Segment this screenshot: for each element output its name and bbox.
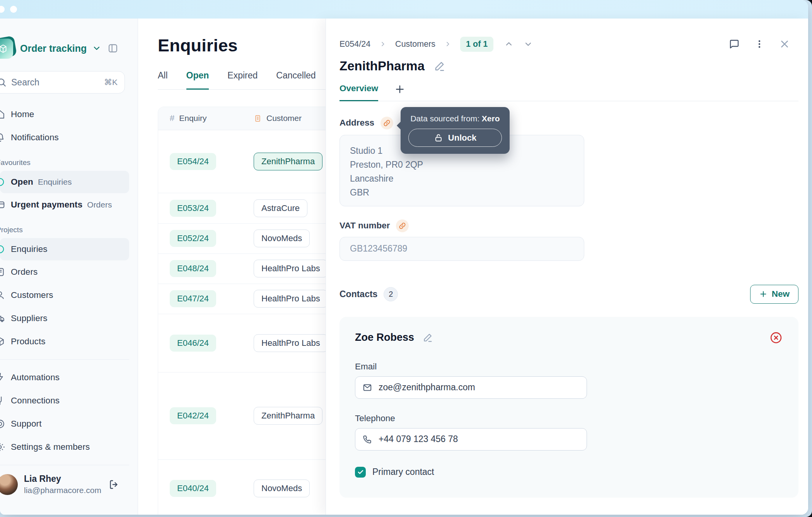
customer-badge[interactable]: NovoMeds (254, 480, 310, 497)
search-input[interactable]: Search ⌘K (0, 71, 125, 94)
primary-contact-toggle[interactable]: Primary contact (355, 467, 783, 478)
column-enquiry: Enquiry (179, 114, 206, 123)
orders-icon (0, 267, 5, 277)
table-row[interactable]: E040/24 NovoMeds (158, 460, 347, 515)
user-name: Lia Rhey (24, 474, 101, 484)
primary-contact-label: Primary contact (372, 467, 434, 477)
position-badge: 1 of 1 (460, 37, 493, 52)
linked-source-icon[interactable] (396, 219, 409, 232)
enquiries-table: # Enquiry Customer E054/24 ZenithPharma … (158, 107, 347, 515)
collapse-sidebar-icon[interactable] (107, 43, 118, 54)
gear-icon (0, 442, 5, 452)
sidebar-section-projects: Projects (0, 223, 138, 237)
customer-title: ZenithPharma (339, 59, 425, 73)
window-titlebar (0, 0, 808, 19)
page-title: Enquiries (158, 36, 347, 56)
sidebar-item-products[interactable]: Products (0, 330, 129, 353)
close-icon[interactable] (779, 38, 790, 50)
logout-icon[interactable] (108, 479, 120, 490)
new-contact-button[interactable]: New (750, 285, 798, 304)
tab-overview[interactable]: Overview (339, 83, 378, 101)
sidebar-item-notifications[interactable]: Notifications (0, 126, 129, 149)
enquiry-id-badge[interactable]: E048/24 (170, 260, 216, 277)
prev-record-icon[interactable] (504, 39, 513, 49)
table-row[interactable]: E052/24 NovoMeds (158, 224, 347, 254)
checkbox-checked-icon[interactable] (355, 467, 366, 478)
sidebar-item-open-enquiries[interactable]: Open Enquiries (0, 171, 129, 193)
add-tab-icon[interactable] (394, 84, 405, 100)
automations-icon (0, 372, 5, 383)
divider (0, 465, 129, 465)
customers-icon (0, 290, 5, 300)
vat-field[interactable]: GB123456789 (339, 237, 584, 261)
telephone-label: Telephone (355, 413, 783, 423)
customer-badge[interactable]: ZenithPharma (254, 407, 322, 425)
payment-card-icon (0, 200, 5, 210)
sidebar-item-enquiries[interactable]: Enquiries (0, 238, 129, 260)
enquiry-id-badge[interactable]: E052/24 (170, 230, 216, 247)
enquiries-list-panel: Enquiries All Open Expired Cancelled # E… (138, 19, 347, 515)
delete-contact-icon[interactable] (769, 331, 783, 345)
enquiry-id-badge[interactable]: E053/24 (170, 200, 216, 217)
customer-badge[interactable]: AstraCure (254, 199, 307, 217)
tab-cancelled[interactable]: Cancelled (276, 70, 316, 89)
tooltip-text: Data sourced from: Xero (408, 114, 502, 123)
customer-badge[interactable]: HealthPro Labs (254, 290, 328, 308)
next-record-icon[interactable] (524, 39, 533, 49)
enquiry-id-badge[interactable]: E042/24 (170, 407, 216, 424)
sidebar-item-settings[interactable]: Settings & members (0, 435, 129, 459)
table-row[interactable]: E053/24 AstraCure (158, 193, 347, 224)
traffic-light-icon[interactable] (10, 6, 17, 13)
user-profile[interactable]: Lia Rhey lia@pharmacore.com (0, 474, 138, 495)
customer-badge[interactable]: ZenithPharma (254, 153, 322, 170)
enquiry-id-badge[interactable]: E040/24 (170, 480, 216, 497)
edit-title-icon[interactable] (434, 60, 445, 72)
breadcrumb-customers[interactable]: Customers (395, 39, 435, 49)
chevron-down-icon (92, 44, 101, 53)
breadcrumb-enquiry[interactable]: E054/24 (339, 39, 370, 49)
email-field[interactable]: zoe@zenithpharma.com (355, 376, 587, 399)
sidebar-item-suppliers[interactable]: Suppliers (0, 307, 129, 330)
kebab-menu-icon[interactable] (754, 39, 765, 49)
enquiry-id-badge[interactable]: E054/24 (170, 153, 216, 170)
unlock-button[interactable]: Unlock (408, 129, 502, 147)
detail-tabs: Overview (339, 83, 798, 101)
enquiry-id-badge[interactable]: E046/24 (170, 335, 216, 352)
sidebar: Order tracking Search ⌘K Home (0, 19, 138, 515)
enquiry-id-badge[interactable]: E047/24 (170, 290, 216, 307)
contact-name: Zoe Robess (355, 332, 414, 344)
linked-source-icon[interactable] (380, 117, 393, 129)
table-row[interactable]: E042/24 ZenithPharma (158, 372, 347, 460)
sidebar-item-automations[interactable]: Automations (0, 366, 129, 389)
data-source-tooltip: Data sourced from: Xero Unlock (401, 107, 510, 154)
table-row[interactable]: E047/24 HealthPro Labs (158, 284, 347, 314)
customer-badge[interactable]: HealthPro Labs (254, 334, 328, 352)
contacts-count-badge: 2 (384, 287, 398, 301)
tab-all[interactable]: All (158, 70, 168, 89)
sidebar-item-support[interactable]: Support (0, 412, 129, 435)
hash-icon: # (170, 113, 174, 123)
telephone-field[interactable]: +44 079 123 456 78 (355, 428, 587, 451)
address-label: Address (339, 118, 374, 128)
table-row[interactable]: E054/24 ZenithPharma (158, 130, 347, 193)
unlock-icon (434, 133, 443, 143)
tab-open[interactable]: Open (186, 70, 209, 90)
sidebar-section-favourites: Favourites (0, 155, 138, 170)
support-icon (0, 419, 5, 429)
sidebar-item-home[interactable]: Home (0, 103, 129, 126)
tab-expired[interactable]: Expired (227, 70, 258, 89)
customer-badge[interactable]: HealthPro Labs (254, 260, 328, 277)
edit-contact-icon[interactable] (423, 332, 433, 343)
sidebar-item-urgent-payments[interactable]: Urgent payments Orders (0, 193, 129, 216)
workspace-switcher[interactable]: Order tracking (0, 36, 138, 60)
table-row[interactable]: E048/24 HealthPro Labs (158, 254, 347, 284)
sidebar-item-connections[interactable]: Connections (0, 389, 129, 412)
comments-icon[interactable] (728, 38, 740, 50)
traffic-light-icon[interactable] (0, 6, 5, 13)
customer-badge[interactable]: NovoMeds (254, 230, 310, 247)
sidebar-item-customers[interactable]: Customers (0, 284, 129, 307)
sidebar-item-orders[interactable]: Orders (0, 260, 129, 284)
screen: Order tracking Search ⌘K Home (0, 0, 812, 517)
table-row[interactable]: E046/24 HealthPro Labs (158, 314, 347, 372)
home-icon (0, 109, 5, 119)
